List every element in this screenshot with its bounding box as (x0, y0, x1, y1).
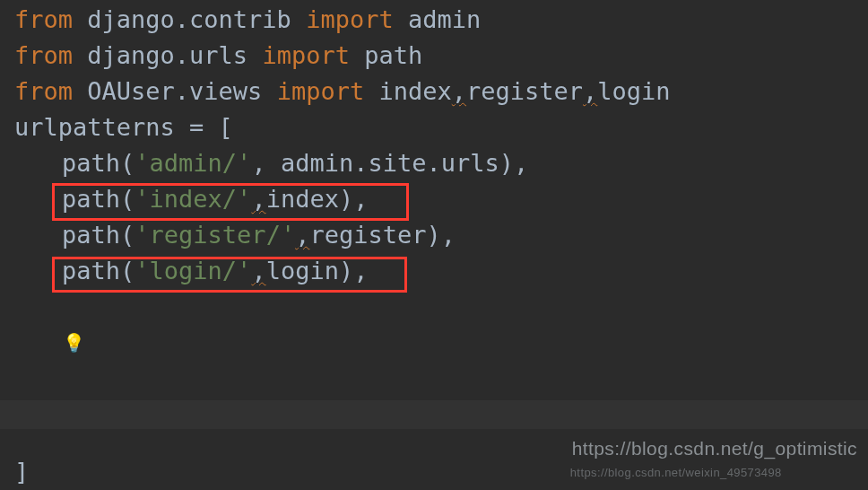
function-call: path (62, 185, 120, 213)
function-call: path (62, 149, 120, 177)
argument: login (266, 257, 339, 284)
indent (4, 185, 62, 213)
keyword-import: import (277, 77, 365, 105)
paren-close: ), (499, 149, 529, 177)
module-name: django.urls (87, 41, 247, 69)
comma-warning: , (452, 77, 466, 105)
comma-warning: , (295, 221, 309, 249)
paren-open: ( (120, 221, 135, 249)
argument: admin.site.urls (281, 149, 499, 177)
code-line-5: path('admin/', admin.site.urls), (0, 145, 868, 181)
import-name: index (378, 77, 451, 105)
paren-open: ( (120, 185, 135, 213)
code-line-2: from django.urls import path (0, 38, 868, 74)
comma-warning: , (583, 77, 597, 105)
code-line-8: path('login/',login), (0, 253, 868, 289)
string-literal: 'admin/' (135, 149, 251, 177)
argument: register (309, 221, 426, 249)
paren-close: ), (339, 257, 369, 284)
separator: , (251, 149, 281, 177)
lightbulb-icon[interactable]: 💡 (63, 332, 85, 354)
variable: urlpatterns (14, 113, 175, 141)
paren-close: ), (426, 221, 456, 249)
import-name: login (597, 77, 670, 105)
import-name: admin (408, 5, 481, 33)
code-line-4: urlpatterns = [ (0, 109, 868, 145)
watermark: https://blog.csdn.net/g_optimistic https… (572, 438, 857, 481)
operator: = [ (175, 113, 233, 141)
watermark-sub: https://blog.csdn.net/weixin_49573498 (570, 466, 782, 479)
code-line-3: from OAUser.views import index,register,… (0, 74, 868, 109)
code-editor[interactable]: from django.contrib import admin from dj… (0, 0, 868, 490)
paren-open: ( (120, 257, 135, 284)
module-name: OAUser.views (87, 77, 262, 105)
indent (4, 221, 62, 249)
indent (4, 149, 62, 177)
comma-warning: , (251, 257, 265, 284)
code-line-6: path('index/',index), (0, 181, 868, 217)
indent (4, 257, 62, 284)
string-literal: 'index/' (135, 185, 251, 213)
current-line[interactable]: | (0, 400, 868, 429)
keyword-import: import (262, 41, 350, 69)
function-call: path (62, 221, 120, 249)
string-literal: 'login/' (135, 257, 251, 284)
paren-close: ), (339, 185, 369, 213)
function-call: path (62, 257, 120, 284)
argument: index (266, 185, 339, 213)
keyword-from: from (14, 77, 73, 105)
intention-bulb-line: 💡 (0, 289, 868, 397)
code-line-7: path('register/',register), (0, 217, 868, 253)
comma-warning: , (251, 185, 265, 213)
watermark-main: https://blog.csdn.net/g_optimistic (572, 438, 857, 459)
bracket-close: ] (14, 458, 29, 486)
module-name: django.contrib (87, 5, 291, 33)
import-name: register (466, 77, 583, 105)
code-line-1: from django.contrib import admin (0, 2, 868, 38)
paren-open: ( (120, 149, 135, 177)
keyword-from: from (14, 41, 73, 69)
string-literal: 'register/' (135, 221, 295, 249)
keyword-from: from (14, 5, 73, 33)
import-name: path (364, 41, 422, 69)
keyword-import: import (306, 5, 394, 33)
